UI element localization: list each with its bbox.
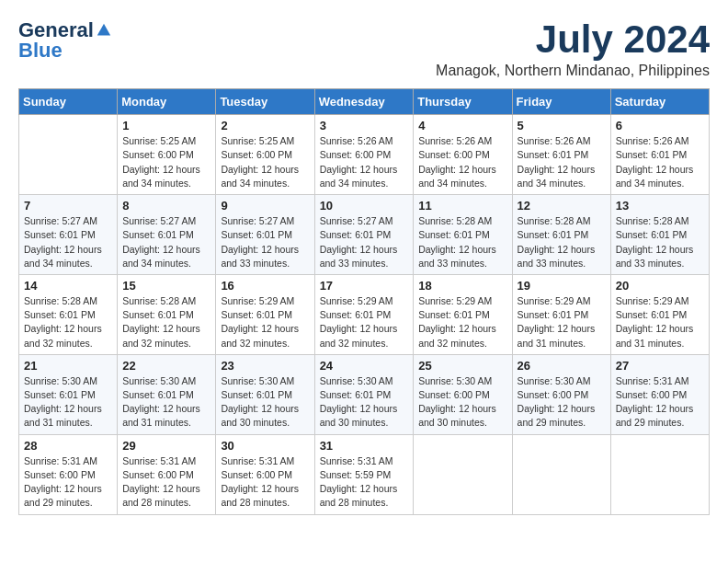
- day-info: Sunrise: 5:26 AMSunset: 6:00 PMDaylight:…: [320, 134, 409, 190]
- table-row: 4Sunrise: 5:26 AMSunset: 6:00 PMDaylight…: [414, 115, 512, 195]
- table-row: 13Sunrise: 5:28 AMSunset: 6:01 PMDayligh…: [610, 195, 709, 275]
- day-number: 14: [24, 279, 112, 293]
- table-row: 1Sunrise: 5:25 AMSunset: 6:00 PMDaylight…: [118, 115, 216, 195]
- col-monday: Monday: [118, 89, 216, 115]
- day-number: 2: [221, 119, 309, 132]
- day-number: 3: [320, 119, 409, 132]
- table-row: 21Sunrise: 5:30 AMSunset: 6:01 PMDayligh…: [19, 354, 118, 434]
- day-info: Sunrise: 5:31 AMSunset: 6:00 PMDaylight:…: [221, 454, 309, 511]
- day-number: 4: [418, 119, 506, 132]
- day-number: 24: [320, 359, 409, 373]
- table-row: 28Sunrise: 5:31 AMSunset: 6:00 PMDayligh…: [19, 434, 118, 514]
- table-row: [512, 434, 610, 514]
- day-info: Sunrise: 5:27 AMSunset: 6:01 PMDaylight:…: [24, 214, 112, 270]
- table-row: 11Sunrise: 5:28 AMSunset: 6:01 PMDayligh…: [414, 195, 512, 275]
- col-saturday: Saturday: [610, 89, 709, 115]
- day-number: 7: [24, 199, 112, 213]
- day-info: Sunrise: 5:29 AMSunset: 6:01 PMDaylight:…: [320, 294, 409, 350]
- calendar-week-row: 21Sunrise: 5:30 AMSunset: 6:01 PMDayligh…: [19, 354, 710, 434]
- day-info: Sunrise: 5:31 AMSunset: 6:00 PMDaylight:…: [122, 454, 210, 511]
- table-row: 22Sunrise: 5:30 AMSunset: 6:01 PMDayligh…: [118, 354, 216, 434]
- day-info: Sunrise: 5:25 AMSunset: 6:00 PMDaylight:…: [122, 134, 210, 190]
- calendar-header-row: Sunday Monday Tuesday Wednesday Thursday…: [19, 89, 710, 115]
- day-number: 9: [221, 199, 309, 213]
- day-info: Sunrise: 5:29 AMSunset: 6:01 PMDaylight:…: [616, 294, 704, 350]
- table-row: 29Sunrise: 5:31 AMSunset: 6:00 PMDayligh…: [118, 434, 216, 514]
- day-info: Sunrise: 5:28 AMSunset: 6:01 PMDaylight:…: [24, 294, 112, 350]
- col-friday: Friday: [512, 89, 610, 115]
- day-info: Sunrise: 5:30 AMSunset: 6:01 PMDaylight:…: [221, 374, 309, 431]
- day-info: Sunrise: 5:30 AMSunset: 6:00 PMDaylight:…: [418, 374, 506, 431]
- table-row: 15Sunrise: 5:28 AMSunset: 6:01 PMDayligh…: [118, 274, 216, 354]
- day-number: 1: [122, 119, 210, 132]
- day-info: Sunrise: 5:30 AMSunset: 6:01 PMDaylight:…: [122, 374, 210, 431]
- day-number: 20: [616, 279, 704, 293]
- col-tuesday: Tuesday: [216, 89, 314, 115]
- table-row: 14Sunrise: 5:28 AMSunset: 6:01 PMDayligh…: [19, 274, 118, 354]
- day-info: Sunrise: 5:26 AMSunset: 6:01 PMDaylight:…: [616, 134, 704, 190]
- day-info: Sunrise: 5:31 AMSunset: 6:00 PMDaylight:…: [24, 454, 112, 511]
- day-number: 21: [24, 359, 112, 373]
- table-row: 17Sunrise: 5:29 AMSunset: 6:01 PMDayligh…: [314, 274, 414, 354]
- day-info: Sunrise: 5:27 AMSunset: 6:01 PMDaylight:…: [320, 214, 409, 270]
- location-subtitle: Managok, Northern Mindanao, Philippines: [436, 63, 710, 79]
- table-row: 18Sunrise: 5:29 AMSunset: 6:01 PMDayligh…: [414, 274, 512, 354]
- table-row: 8Sunrise: 5:27 AMSunset: 6:01 PMDaylight…: [118, 195, 216, 275]
- day-number: 25: [418, 359, 506, 373]
- table-row: 23Sunrise: 5:30 AMSunset: 6:01 PMDayligh…: [216, 354, 314, 434]
- day-number: 30: [221, 439, 309, 453]
- table-row: 2Sunrise: 5:25 AMSunset: 6:00 PMDaylight…: [216, 115, 314, 195]
- day-info: Sunrise: 5:27 AMSunset: 6:01 PMDaylight:…: [122, 214, 210, 270]
- day-number: 17: [320, 279, 409, 293]
- calendar-table: Sunday Monday Tuesday Wednesday Thursday…: [18, 88, 710, 514]
- col-wednesday: Wednesday: [314, 89, 414, 115]
- calendar-week-row: 14Sunrise: 5:28 AMSunset: 6:01 PMDayligh…: [19, 274, 710, 354]
- day-number: 28: [24, 439, 112, 453]
- day-info: Sunrise: 5:30 AMSunset: 6:00 PMDaylight:…: [518, 374, 606, 431]
- month-year-title: July 2024: [436, 18, 710, 61]
- day-number: 27: [616, 359, 704, 373]
- col-sunday: Sunday: [19, 89, 118, 115]
- table-row: 27Sunrise: 5:31 AMSunset: 6:00 PMDayligh…: [610, 354, 709, 434]
- day-info: Sunrise: 5:30 AMSunset: 6:01 PMDaylight:…: [320, 374, 409, 431]
- table-row: [19, 115, 118, 195]
- day-info: Sunrise: 5:31 AMSunset: 6:00 PMDaylight:…: [616, 374, 704, 431]
- table-row: 10Sunrise: 5:27 AMSunset: 6:01 PMDayligh…: [314, 195, 414, 275]
- calendar-week-row: 28Sunrise: 5:31 AMSunset: 6:00 PMDayligh…: [19, 434, 710, 514]
- table-row: 5Sunrise: 5:26 AMSunset: 6:01 PMDaylight…: [512, 115, 610, 195]
- table-row: [414, 434, 512, 514]
- day-info: Sunrise: 5:27 AMSunset: 6:01 PMDaylight:…: [221, 214, 309, 270]
- day-number: 6: [616, 119, 704, 132]
- day-number: 5: [518, 119, 606, 132]
- day-number: 22: [122, 359, 210, 373]
- table-row: 25Sunrise: 5:30 AMSunset: 6:00 PMDayligh…: [414, 354, 512, 434]
- day-number: 13: [616, 199, 704, 213]
- day-info: Sunrise: 5:28 AMSunset: 6:01 PMDaylight:…: [418, 214, 506, 270]
- logo-blue-text: Blue: [18, 39, 63, 63]
- table-row: 3Sunrise: 5:26 AMSunset: 6:00 PMDaylight…: [314, 115, 414, 195]
- col-thursday: Thursday: [414, 89, 512, 115]
- day-info: Sunrise: 5:29 AMSunset: 6:01 PMDaylight:…: [518, 294, 606, 350]
- table-row: 20Sunrise: 5:29 AMSunset: 6:01 PMDayligh…: [610, 274, 709, 354]
- day-number: 15: [122, 279, 210, 293]
- day-info: Sunrise: 5:29 AMSunset: 6:01 PMDaylight:…: [221, 294, 309, 350]
- day-number: 29: [122, 439, 210, 453]
- table-row: 24Sunrise: 5:30 AMSunset: 6:01 PMDayligh…: [314, 354, 414, 434]
- table-row: 16Sunrise: 5:29 AMSunset: 6:01 PMDayligh…: [216, 274, 314, 354]
- table-row: [610, 434, 709, 514]
- day-info: Sunrise: 5:26 AMSunset: 6:00 PMDaylight:…: [418, 134, 506, 190]
- day-info: Sunrise: 5:29 AMSunset: 6:01 PMDaylight:…: [418, 294, 506, 350]
- calendar-week-row: 1Sunrise: 5:25 AMSunset: 6:00 PMDaylight…: [19, 115, 710, 195]
- day-info: Sunrise: 5:28 AMSunset: 6:01 PMDaylight:…: [616, 214, 704, 270]
- day-number: 12: [518, 199, 606, 213]
- table-row: 9Sunrise: 5:27 AMSunset: 6:01 PMDaylight…: [216, 195, 314, 275]
- table-row: 6Sunrise: 5:26 AMSunset: 6:01 PMDaylight…: [610, 115, 709, 195]
- day-info: Sunrise: 5:26 AMSunset: 6:01 PMDaylight:…: [518, 134, 606, 190]
- day-number: 8: [122, 199, 210, 213]
- logo-icon: [96, 22, 112, 39]
- day-info: Sunrise: 5:25 AMSunset: 6:00 PMDaylight:…: [221, 134, 309, 190]
- day-info: Sunrise: 5:30 AMSunset: 6:01 PMDaylight:…: [24, 374, 112, 431]
- day-number: 23: [221, 359, 309, 373]
- title-block: July 2024 Managok, Northern Mindanao, Ph…: [436, 18, 710, 79]
- page-header: General Blue July 2024 Managok, Northern…: [18, 18, 710, 79]
